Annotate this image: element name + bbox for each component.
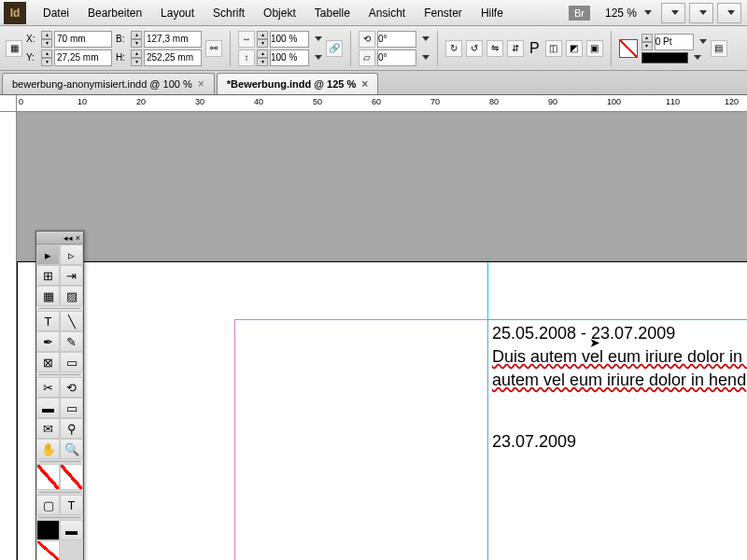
page-tool[interactable]: ⊞ bbox=[36, 265, 60, 286]
rectangle-tool[interactable]: ▭ bbox=[60, 352, 83, 372]
constrain-proportions-icon[interactable]: ⚯ bbox=[205, 40, 222, 57]
hand-tool[interactable]: ✋ bbox=[36, 439, 60, 459]
gap-tool[interactable]: ⇥ bbox=[60, 265, 83, 286]
collapse-icon[interactable]: ◂◂ bbox=[63, 233, 73, 243]
reference-marker-icon: P bbox=[529, 40, 540, 57]
fill-none-icon[interactable] bbox=[619, 39, 638, 58]
stroke-weight-input[interactable] bbox=[655, 34, 694, 50]
scale-y-icon: ↕ bbox=[238, 49, 255, 66]
content-placer-tool[interactable]: ▨ bbox=[60, 286, 83, 306]
chevron-down-icon[interactable] bbox=[315, 36, 322, 41]
type-tool[interactable]: T bbox=[36, 311, 60, 331]
apply-color-black[interactable] bbox=[36, 520, 60, 540]
text-frame-selected[interactable]: 25.05.2008 - 23.07.2009 Duis autem vel e… bbox=[487, 319, 747, 560]
screen-mode-button[interactable] bbox=[661, 3, 685, 23]
tools-panel-header[interactable]: ◂◂ × bbox=[36, 231, 83, 245]
free-transform-tool[interactable]: ⟲ bbox=[60, 377, 83, 398]
h-up[interactable]: ▴ bbox=[131, 49, 142, 58]
y-input[interactable] bbox=[54, 49, 112, 66]
fill-swatch[interactable] bbox=[36, 464, 60, 490]
close-icon[interactable]: × bbox=[198, 77, 204, 91]
w-up[interactable]: ▴ bbox=[131, 31, 142, 39]
tools-panel: ◂◂ × ▸ ▹ ⊞ ⇥ ▦ ▨ T ╲ ✒ ✎ ⊠ ▭ ✂ ⟲ ▬ ▭ ✉ ⚲… bbox=[35, 231, 84, 560]
note-tool[interactable]: ✉ bbox=[36, 418, 60, 439]
y-up[interactable]: ▴ bbox=[41, 49, 52, 58]
close-icon[interactable]: × bbox=[76, 233, 80, 243]
menu-schrift[interactable]: Schrift bbox=[204, 3, 254, 23]
chevron-down-icon[interactable] bbox=[422, 36, 430, 41]
fit-content-icon[interactable]: ▣ bbox=[586, 40, 603, 57]
h-label: H: bbox=[116, 52, 129, 63]
select-content-icon[interactable]: ◩ bbox=[566, 40, 583, 57]
rectangle-frame-tool[interactable]: ⊠ bbox=[36, 352, 60, 372]
zoom-level-dropdown[interactable]: 125 % bbox=[598, 7, 659, 20]
chevron-down-icon[interactable] bbox=[699, 39, 707, 44]
x-down[interactable]: ▾ bbox=[41, 39, 52, 48]
menu-tabelle[interactable]: Tabelle bbox=[305, 3, 359, 23]
menu-fenster[interactable]: Fenster bbox=[415, 3, 472, 23]
x-input[interactable] bbox=[54, 31, 112, 48]
x-up[interactable]: ▴ bbox=[41, 31, 52, 39]
menu-hilfe[interactable]: Hilfe bbox=[472, 3, 513, 23]
zoom-tool[interactable]: 🔍 bbox=[60, 439, 83, 459]
apply-gradient-icon[interactable]: ▬ bbox=[60, 520, 83, 540]
stroke-swatch[interactable] bbox=[60, 464, 83, 490]
apply-text-icon[interactable]: T bbox=[60, 495, 83, 515]
menu-ansicht[interactable]: Ansicht bbox=[359, 3, 415, 23]
h-input[interactable] bbox=[144, 49, 202, 66]
link-scale-icon[interactable]: 🔗 bbox=[326, 40, 343, 57]
chevron-down-icon bbox=[699, 10, 707, 15]
scale-y-input[interactable] bbox=[270, 49, 309, 66]
flip-h-icon[interactable]: ⇋ bbox=[486, 40, 503, 57]
menu-datei[interactable]: Datei bbox=[34, 3, 78, 23]
line-tool[interactable]: ╲ bbox=[60, 311, 83, 331]
w-input[interactable] bbox=[144, 31, 202, 48]
chevron-down-icon bbox=[644, 10, 652, 15]
canvas[interactable]: 25.05.2008 - 23.07.2009 Duis autem vel e… bbox=[17, 112, 747, 560]
text-date-2: 23.07.2009 bbox=[492, 430, 747, 454]
content-collector-tool[interactable]: ▦ bbox=[36, 286, 60, 306]
rotate-ccw-icon[interactable]: ↺ bbox=[466, 40, 483, 57]
reference-point-icon[interactable]: ▦ bbox=[6, 40, 22, 57]
w-label: B: bbox=[116, 34, 129, 44]
chevron-down-icon[interactable] bbox=[422, 55, 430, 60]
w-down[interactable]: ▾ bbox=[131, 39, 142, 48]
selection-tool[interactable]: ▸ bbox=[36, 245, 60, 265]
gradient-swatch-tool[interactable]: ▬ bbox=[36, 398, 60, 418]
bridge-icon[interactable]: Br bbox=[569, 6, 590, 21]
gradient-feather-tool[interactable]: ▭ bbox=[60, 398, 83, 418]
apply-container-icon[interactable]: ▢ bbox=[36, 495, 60, 515]
text-line-2: autem vel eum iriure dolor in hend bbox=[492, 369, 747, 392]
menu-bearbeiten[interactable]: Bearbeiten bbox=[78, 3, 151, 23]
tab-document-1[interactable]: bewerbung-anonymisiert.indd @ 100 % × bbox=[2, 73, 215, 94]
shear-input[interactable] bbox=[377, 49, 416, 66]
vertical-ruler[interactable] bbox=[0, 112, 17, 560]
pencil-tool[interactable]: ✎ bbox=[60, 331, 83, 352]
chevron-down-icon[interactable] bbox=[694, 55, 701, 60]
horizontal-ruler[interactable]: 0 10 20 30 40 50 60 70 80 90 100 110 120 bbox=[17, 95, 747, 112]
eyedropper-tool[interactable]: ⚲ bbox=[60, 418, 83, 439]
chevron-down-icon[interactable] bbox=[315, 55, 322, 60]
rotate-cw-icon[interactable]: ↻ bbox=[445, 40, 462, 57]
workspace-button[interactable] bbox=[717, 3, 741, 23]
scale-x-input[interactable] bbox=[270, 31, 309, 48]
scale-x-icon: ↔ bbox=[238, 31, 255, 48]
direct-selection-tool[interactable]: ▹ bbox=[60, 245, 83, 265]
select-container-icon[interactable]: ◫ bbox=[545, 40, 562, 57]
apply-none-icon[interactable] bbox=[36, 540, 60, 560]
y-down[interactable]: ▾ bbox=[41, 58, 52, 66]
arrange-button[interactable] bbox=[689, 3, 713, 23]
menu-objekt[interactable]: Objekt bbox=[254, 3, 305, 23]
h-down[interactable]: ▾ bbox=[131, 58, 142, 66]
scissors-tool[interactable]: ✂ bbox=[36, 377, 60, 398]
pen-tool[interactable]: ✒ bbox=[36, 331, 60, 352]
stroke-style-swatch[interactable] bbox=[641, 52, 688, 63]
effects-icon[interactable]: ▤ bbox=[711, 40, 727, 57]
flip-v-icon[interactable]: ⇵ bbox=[507, 40, 524, 57]
rotate-input[interactable] bbox=[377, 31, 416, 48]
close-icon[interactable]: × bbox=[361, 77, 368, 91]
menu-layout[interactable]: Layout bbox=[151, 3, 204, 23]
chevron-down-icon bbox=[671, 10, 679, 15]
tab-document-2[interactable]: *Bewerbung.indd @ 125 % × bbox=[217, 73, 379, 94]
ruler-origin[interactable] bbox=[0, 95, 17, 112]
